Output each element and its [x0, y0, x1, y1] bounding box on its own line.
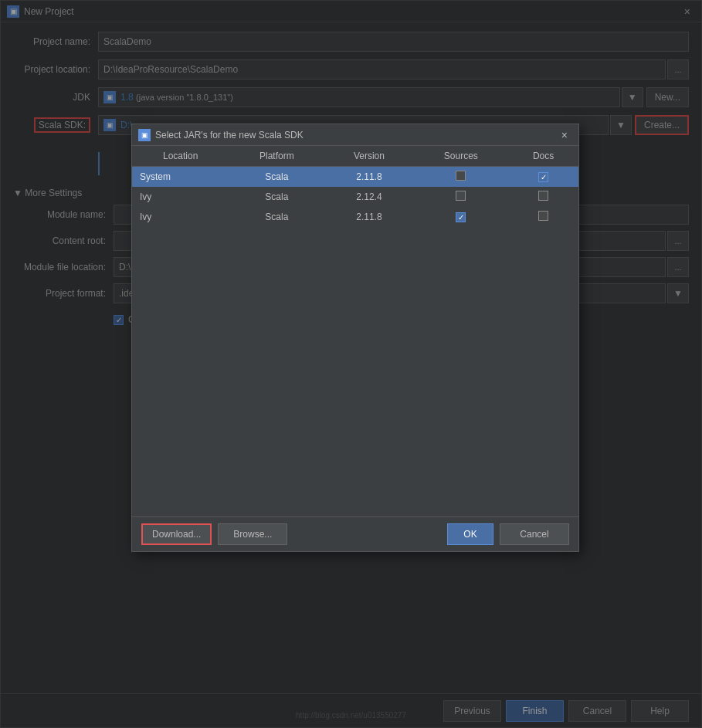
browse-button[interactable]: Browse...: [218, 523, 287, 545]
sources-checkbox-3[interactable]: [456, 212, 466, 222]
col-platform: Platform: [229, 146, 324, 167]
modal-cancel-button[interactable]: Cancel: [500, 523, 569, 545]
modal-title: Select JAR's for the new Scala SDK: [155, 130, 557, 141]
table-row[interactable]: Ivy Scala 2.11.8: [132, 207, 578, 227]
cell-version: 2.11.8: [324, 167, 413, 188]
modal-dialog: ▣ Select JAR's for the new Scala SDK × L…: [131, 124, 579, 552]
cell-version: 2.12.4: [324, 187, 413, 207]
cell-sources[interactable]: [413, 207, 508, 227]
cell-sources[interactable]: [413, 167, 508, 188]
sources-checkbox-2[interactable]: [456, 191, 466, 201]
cell-location: Ivy: [132, 187, 229, 207]
cell-docs[interactable]: [508, 167, 578, 188]
col-sources: Sources: [413, 146, 508, 167]
sdk-table: Location Platform Version Sources Docs S…: [132, 146, 578, 227]
download-button[interactable]: Download...: [141, 523, 212, 545]
col-version: Version: [324, 146, 413, 167]
table-row[interactable]: System Scala 2.11.8: [132, 167, 578, 188]
docs-checkbox-3[interactable]: [538, 211, 548, 221]
modal-close-button[interactable]: ×: [557, 127, 572, 143]
cell-platform: Scala: [229, 187, 324, 207]
modal-body: Location Platform Version Sources Docs S…: [132, 146, 578, 516]
modal-icon: ▣: [138, 129, 151, 141]
col-docs: Docs: [508, 146, 578, 167]
cell-docs[interactable]: [508, 187, 578, 207]
modal-title-bar: ▣ Select JAR's for the new Scala SDK ×: [132, 124, 578, 146]
cell-version: 2.11.8: [324, 207, 413, 227]
modal-footer: Download... Browse... OK Cancel: [132, 516, 578, 551]
docs-checkbox-1[interactable]: [538, 172, 548, 182]
cell-platform: Scala: [229, 167, 324, 188]
docs-checkbox-2[interactable]: [538, 191, 548, 201]
table-row[interactable]: Ivy Scala 2.12.4: [132, 187, 578, 207]
sources-checkbox-1[interactable]: [456, 171, 466, 181]
cell-location: Ivy: [132, 207, 229, 227]
sdk-table-area: Location Platform Version Sources Docs S…: [132, 146, 578, 516]
cell-sources[interactable]: [413, 187, 508, 207]
col-location: Location: [132, 146, 229, 167]
cell-platform: Scala: [229, 207, 324, 227]
cell-location: System: [132, 167, 229, 188]
ok-button[interactable]: OK: [447, 523, 493, 545]
cell-docs[interactable]: [508, 207, 578, 227]
